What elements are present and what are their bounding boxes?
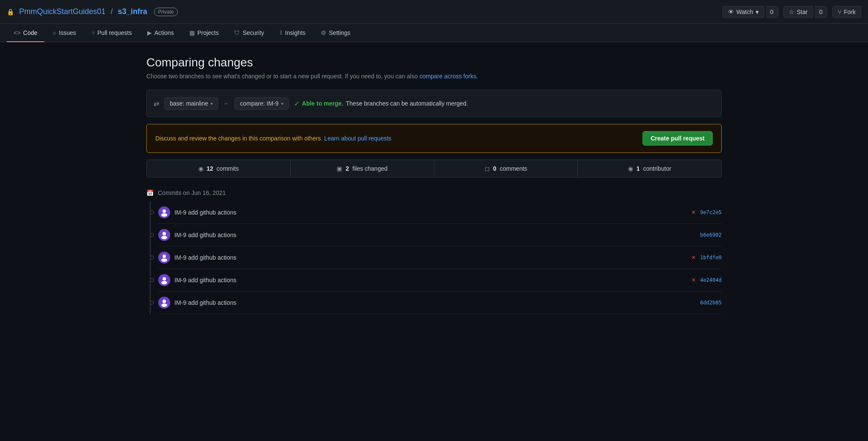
learn-pull-requests-link[interactable]: Learn about pull requests — [324, 135, 391, 142]
contributors-stat[interactable]: ◉ 1 contributor — [578, 160, 721, 177]
sha-code[interactable]: 6dd2b85 — [700, 300, 722, 306]
tab-issues[interactable]: ○ Issues — [46, 24, 83, 42]
tab-actions[interactable]: ▶ Actions — [140, 24, 181, 42]
projects-icon: ▦ — [189, 29, 195, 36]
watch-button[interactable]: 👁 Watch ▾ — [722, 6, 764, 18]
tab-code[interactable]: <> Code — [7, 24, 44, 42]
calendar-icon: 📅 — [146, 189, 154, 196]
star-button[interactable]: ☆ Star — [783, 6, 814, 18]
tab-insights-label: Insights — [285, 29, 306, 36]
commit-row: IM-9 add github actions6dd2b85 — [158, 292, 722, 314]
avatar — [158, 274, 170, 286]
top-bar: 🔒 PmmQuickStartGuides01 / s3_infra Priva… — [0, 0, 868, 24]
stats-bar: ◉ 12 commits ▣ 2 files changed ◻ 0 comme… — [146, 160, 722, 178]
notice-text: Discuss and review the changes in this c… — [155, 135, 391, 142]
merge-status: ✓ Able to merge. These branches can be a… — [294, 100, 468, 108]
actions-icon: ▶ — [147, 29, 152, 36]
tab-security-label: Security — [243, 29, 264, 36]
error-icon: ✕ — [691, 277, 696, 283]
pull-requests-icon: ⑂ — [91, 29, 95, 36]
arrow-left-icon: ← — [223, 100, 229, 107]
star-icon: ☆ — [789, 9, 794, 15]
star-label: Star — [797, 9, 808, 15]
code-icon: <> — [14, 29, 20, 36]
commits-section: 📅 Commits on Jun 16, 2021 IM-9 add githu… — [146, 184, 722, 314]
commit-message: IM-9 add github actions — [174, 277, 691, 284]
commit-dot — [150, 233, 154, 237]
commit-dot — [150, 278, 154, 282]
issues-icon: ○ — [53, 29, 56, 36]
page-subtitle: Choose two branches to see what's change… — [146, 73, 722, 80]
repo-header: 🔒 PmmQuickStartGuides01 / s3_infra Priva… — [7, 7, 178, 16]
tab-insights[interactable]: ⌇ Insights — [273, 24, 312, 42]
lock-icon: 🔒 — [7, 9, 14, 15]
subtitle-text: Choose two branches to see what's change… — [146, 73, 418, 80]
error-icon: ✕ — [691, 255, 696, 261]
comments-stat[interactable]: ◻ 0 comments — [434, 160, 578, 177]
avatar — [158, 252, 170, 263]
fork-icon: ⑂ — [838, 9, 841, 15]
base-branch-select[interactable]: base: mainline ▾ — [164, 97, 218, 110]
star-count: 0 — [815, 6, 827, 18]
compare-icon: ⇄ — [154, 100, 159, 108]
tab-projects[interactable]: ▦ Projects — [183, 24, 226, 42]
merge-message: These branches can be automatically merg… — [346, 100, 468, 107]
commits-count: 12 — [207, 165, 214, 172]
files-label: files changed — [352, 165, 388, 172]
notice-prefix: Discuss and review the changes in this c… — [155, 135, 323, 142]
sha-code[interactable]: 1bfdfe0 — [700, 255, 722, 261]
chevron-down-icon: ▾ — [756, 9, 759, 15]
comments-count: 0 — [493, 165, 497, 172]
commits-label: commits — [217, 165, 239, 172]
notice-bar: Discuss and review the changes in this c… — [146, 124, 722, 153]
create-pull-request-button[interactable]: Create pull request — [642, 131, 713, 146]
svg-point-2 — [163, 232, 166, 235]
tab-security[interactable]: 🛡 Security — [227, 24, 271, 42]
svg-point-8 — [163, 300, 166, 303]
commit-row: IM-9 add github actionsb6e6902 — [158, 224, 722, 246]
contributors-count: 1 — [637, 165, 640, 172]
avatar — [158, 206, 170, 218]
commit-dot — [150, 210, 154, 215]
commits-date-label: Commits on Jun 16, 2021 — [158, 189, 226, 196]
commit-sha: 6dd2b85 — [700, 300, 722, 306]
tab-issues-label: Issues — [59, 29, 76, 36]
commit-message: IM-9 add github actions — [174, 254, 691, 261]
svg-point-4 — [163, 255, 166, 258]
commit-dot — [150, 301, 154, 305]
tab-settings[interactable]: ⚙ Settings — [314, 24, 357, 42]
eye-icon: 👁 — [728, 9, 734, 15]
insights-icon: ⌇ — [280, 29, 283, 36]
repo-separator: / — [111, 7, 113, 16]
tab-pull-requests[interactable]: ⑂ Pull requests — [85, 24, 139, 42]
base-branch-label: base: mainline — [170, 100, 208, 107]
files-changed-stat[interactable]: ▣ 2 files changed — [291, 160, 434, 177]
fork-button[interactable]: ⑂ Fork — [832, 6, 861, 18]
tab-pull-requests-label: Pull requests — [97, 29, 132, 36]
compare-branch-select[interactable]: compare: IM-9 ▾ — [234, 97, 288, 110]
tab-projects-label: Projects — [197, 29, 219, 36]
commits-date-header: 📅 Commits on Jun 16, 2021 — [146, 184, 722, 201]
commit-sha: ✕9e7c2e5 — [691, 209, 722, 215]
commit-sha: b6e6902 — [700, 232, 722, 238]
svg-point-1 — [161, 213, 167, 217]
svg-point-9 — [161, 304, 167, 307]
tab-actions-label: Actions — [154, 29, 174, 36]
commit-sha: ✕1bfdfe0 — [691, 255, 722, 261]
repo-owner-link[interactable]: PmmQuickStartGuides01 — [19, 7, 106, 16]
compare-forks-link[interactable]: compare across forks — [420, 73, 477, 80]
svg-point-6 — [163, 277, 166, 281]
watch-label: Watch — [737, 9, 753, 15]
sha-code[interactable]: 9e7c2e5 — [700, 209, 722, 215]
chevron-down-icon: ▾ — [211, 101, 213, 106]
commits-stat[interactable]: ◉ 12 commits — [147, 160, 291, 177]
commit-message: IM-9 add github actions — [174, 299, 700, 306]
sha-code[interactable]: b6e6902 — [700, 232, 722, 238]
tab-code-label: Code — [23, 29, 37, 36]
comments-icon: ◻ — [485, 165, 490, 172]
nav-tabs: <> Code ○ Issues ⑂ Pull requests ▶ Actio… — [0, 24, 868, 42]
tab-settings-label: Settings — [329, 29, 351, 36]
files-count: 2 — [345, 165, 349, 172]
sha-code[interactable]: 4e2404d — [700, 277, 722, 283]
commit-row: IM-9 add github actions✕4e2404d — [158, 269, 722, 292]
